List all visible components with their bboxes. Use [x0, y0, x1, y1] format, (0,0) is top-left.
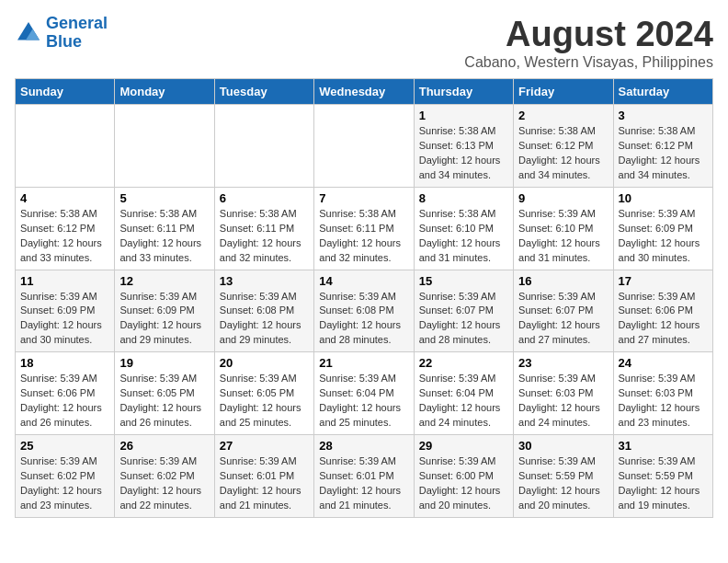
calendar-cell: 12Sunrise: 5:39 AM Sunset: 6:09 PM Dayli…: [115, 270, 214, 352]
calendar-cell: 7Sunrise: 5:38 AM Sunset: 6:11 PM Daylig…: [314, 187, 414, 270]
day-number: 5: [119, 191, 209, 205]
day-info: Sunrise: 5:39 AM Sunset: 6:01 PM Dayligh…: [220, 454, 309, 513]
day-info: Sunrise: 5:38 AM Sunset: 6:12 PM Dayligh…: [619, 124, 708, 183]
day-info: Sunrise: 5:39 AM Sunset: 6:09 PM Dayligh…: [619, 207, 708, 266]
day-info: Sunrise: 5:39 AM Sunset: 6:03 PM Dayligh…: [619, 372, 708, 431]
day-info: Sunrise: 5:39 AM Sunset: 5:59 PM Dayligh…: [518, 454, 608, 513]
calendar-cell: 17Sunrise: 5:39 AM Sunset: 6:06 PM Dayli…: [613, 270, 712, 352]
calendar-cell: 16Sunrise: 5:39 AM Sunset: 6:07 PM Dayli…: [514, 270, 613, 352]
day-number: 7: [319, 191, 408, 205]
week-row-3: 11Sunrise: 5:39 AM Sunset: 6:09 PM Dayli…: [16, 270, 713, 352]
day-number: 13: [220, 274, 309, 288]
day-info: Sunrise: 5:38 AM Sunset: 6:13 PM Dayligh…: [419, 124, 508, 183]
calendar-cell: [16, 105, 115, 188]
day-info: Sunrise: 5:39 AM Sunset: 6:09 PM Dayligh…: [119, 290, 209, 349]
day-info: Sunrise: 5:38 AM Sunset: 6:11 PM Dayligh…: [319, 207, 408, 266]
logo-text: General Blue: [46, 15, 108, 52]
day-info: Sunrise: 5:39 AM Sunset: 6:02 PM Dayligh…: [20, 454, 109, 513]
day-number: 12: [119, 274, 209, 288]
day-info: Sunrise: 5:39 AM Sunset: 6:03 PM Dayligh…: [518, 372, 608, 431]
day-number: 3: [619, 109, 708, 122]
day-number: 24: [619, 356, 708, 370]
day-info: Sunrise: 5:38 AM Sunset: 6:10 PM Dayligh…: [419, 207, 508, 266]
day-info: Sunrise: 5:39 AM Sunset: 6:07 PM Dayligh…: [518, 290, 608, 349]
calendar-cell: 28Sunrise: 5:39 AM Sunset: 6:01 PM Dayli…: [314, 435, 414, 518]
calendar-cell: 30Sunrise: 5:39 AM Sunset: 5:59 PM Dayli…: [514, 435, 613, 518]
calendar-cell: 27Sunrise: 5:39 AM Sunset: 6:01 PM Dayli…: [214, 435, 313, 518]
day-info: Sunrise: 5:39 AM Sunset: 6:08 PM Dayligh…: [319, 290, 408, 349]
day-header-tuesday: Tuesday: [214, 79, 313, 105]
calendar-cell: 25Sunrise: 5:39 AM Sunset: 6:02 PM Dayli…: [16, 435, 115, 518]
day-number: 16: [518, 274, 608, 288]
header: General Blue August 2024 Cabano, Western…: [15, 15, 713, 71]
calendar-cell: 2Sunrise: 5:38 AM Sunset: 6:12 PM Daylig…: [514, 105, 613, 188]
day-number: 21: [319, 356, 408, 370]
day-number: 11: [20, 274, 109, 288]
calendar-cell: 15Sunrise: 5:39 AM Sunset: 6:07 PM Dayli…: [414, 270, 513, 352]
day-info: Sunrise: 5:39 AM Sunset: 6:00 PM Dayligh…: [419, 454, 508, 513]
day-number: 1: [419, 109, 508, 122]
calendar-cell: 20Sunrise: 5:39 AM Sunset: 6:05 PM Dayli…: [214, 352, 313, 435]
day-number: 27: [220, 439, 309, 453]
day-info: Sunrise: 5:39 AM Sunset: 6:06 PM Dayligh…: [619, 290, 708, 349]
day-number: 8: [419, 191, 508, 205]
day-number: 20: [220, 356, 309, 370]
calendar-cell: [214, 105, 313, 188]
calendar-cell: 24Sunrise: 5:39 AM Sunset: 6:03 PM Dayli…: [613, 352, 712, 435]
calendar-cell: 6Sunrise: 5:38 AM Sunset: 6:11 PM Daylig…: [214, 187, 313, 270]
day-number: 2: [518, 109, 608, 122]
day-info: Sunrise: 5:39 AM Sunset: 6:08 PM Dayligh…: [220, 290, 309, 349]
calendar-cell: 9Sunrise: 5:39 AM Sunset: 6:10 PM Daylig…: [514, 187, 613, 270]
day-info: Sunrise: 5:39 AM Sunset: 5:59 PM Dayligh…: [619, 454, 708, 513]
day-number: 6: [220, 191, 309, 205]
logo: General Blue: [15, 15, 108, 52]
title-area: August 2024 Cabano, Western Visayas, Phi…: [464, 15, 713, 71]
day-header-wednesday: Wednesday: [314, 79, 414, 105]
calendar-cell: 3Sunrise: 5:38 AM Sunset: 6:12 PM Daylig…: [613, 105, 712, 188]
page-subtitle: Cabano, Western Visayas, Philippines: [464, 54, 713, 71]
calendar-cell: 29Sunrise: 5:39 AM Sunset: 6:00 PM Dayli…: [414, 435, 513, 518]
header-row: SundayMondayTuesdayWednesdayThursdayFrid…: [16, 79, 713, 105]
calendar-cell: 5Sunrise: 5:38 AM Sunset: 6:11 PM Daylig…: [115, 187, 214, 270]
day-info: Sunrise: 5:38 AM Sunset: 6:12 PM Dayligh…: [518, 124, 608, 183]
day-info: Sunrise: 5:39 AM Sunset: 6:02 PM Dayligh…: [119, 454, 209, 513]
day-info: Sunrise: 5:39 AM Sunset: 6:06 PM Dayligh…: [20, 372, 109, 431]
calendar-cell: 22Sunrise: 5:39 AM Sunset: 6:04 PM Dayli…: [414, 352, 513, 435]
day-number: 29: [419, 439, 508, 453]
logo-line1: General: [46, 14, 108, 32]
day-info: Sunrise: 5:38 AM Sunset: 6:11 PM Dayligh…: [119, 207, 209, 266]
calendar-cell: 21Sunrise: 5:39 AM Sunset: 6:04 PM Dayli…: [314, 352, 414, 435]
calendar-table: SundayMondayTuesdayWednesdayThursdayFrid…: [15, 78, 713, 518]
day-header-monday: Monday: [115, 79, 214, 105]
day-number: 9: [518, 191, 608, 205]
day-info: Sunrise: 5:38 AM Sunset: 6:12 PM Dayligh…: [20, 207, 109, 266]
day-number: 19: [119, 356, 209, 370]
logo-icon: [15, 19, 42, 47]
calendar-cell: [314, 105, 414, 188]
calendar-cell: 18Sunrise: 5:39 AM Sunset: 6:06 PM Dayli…: [16, 352, 115, 435]
day-number: 25: [20, 439, 109, 453]
day-number: 31: [619, 439, 708, 453]
week-row-1: 1Sunrise: 5:38 AM Sunset: 6:13 PM Daylig…: [16, 105, 713, 188]
calendar-cell: 31Sunrise: 5:39 AM Sunset: 5:59 PM Dayli…: [613, 435, 712, 518]
logo-line2: Blue: [46, 32, 82, 51]
day-number: 4: [20, 191, 109, 205]
day-info: Sunrise: 5:39 AM Sunset: 6:05 PM Dayligh…: [220, 372, 309, 431]
week-row-5: 25Sunrise: 5:39 AM Sunset: 6:02 PM Dayli…: [16, 435, 713, 518]
day-number: 30: [518, 439, 608, 453]
calendar-cell: 11Sunrise: 5:39 AM Sunset: 6:09 PM Dayli…: [16, 270, 115, 352]
day-info: Sunrise: 5:39 AM Sunset: 6:04 PM Dayligh…: [319, 372, 408, 431]
day-info: Sunrise: 5:38 AM Sunset: 6:11 PM Dayligh…: [220, 207, 309, 266]
calendar-cell: [115, 105, 214, 188]
week-row-2: 4Sunrise: 5:38 AM Sunset: 6:12 PM Daylig…: [16, 187, 713, 270]
day-header-sunday: Sunday: [16, 79, 115, 105]
day-number: 18: [20, 356, 109, 370]
day-header-saturday: Saturday: [613, 79, 712, 105]
day-number: 15: [419, 274, 508, 288]
day-number: 22: [419, 356, 508, 370]
calendar-cell: 10Sunrise: 5:39 AM Sunset: 6:09 PM Dayli…: [613, 187, 712, 270]
day-number: 10: [619, 191, 708, 205]
day-number: 17: [619, 274, 708, 288]
day-header-friday: Friday: [514, 79, 613, 105]
day-info: Sunrise: 5:39 AM Sunset: 6:07 PM Dayligh…: [419, 290, 508, 349]
